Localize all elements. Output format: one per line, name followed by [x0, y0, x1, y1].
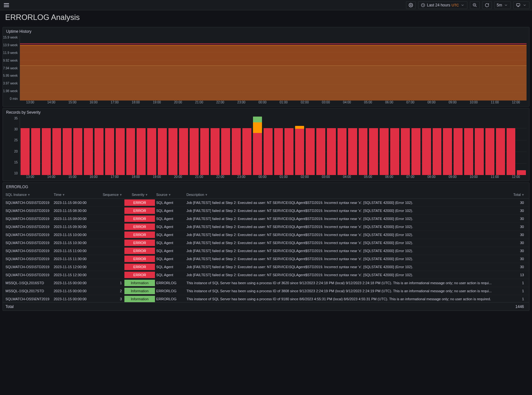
severity-bar[interactable]	[147, 128, 156, 175]
severity-bar[interactable]	[517, 170, 526, 175]
table-header-row: SQL Instance▾ Time▾ Sequence▾ Severity▾ …	[3, 191, 529, 199]
severity-bar[interactable]	[369, 128, 378, 175]
topbar: Last 24 hours UTC 5m	[0, 0, 532, 10]
filter-icon[interactable]: ▾	[63, 193, 65, 197]
filter-icon[interactable]: ▾	[205, 193, 207, 197]
severity-bar[interactable]	[327, 128, 336, 175]
severity-bar[interactable]	[295, 126, 304, 175]
table-row[interactable]: SQLWATCH-OSS\STD20192023-11-15 12:30:00E…	[3, 271, 529, 279]
th-severity[interactable]: Severity▾	[124, 193, 155, 197]
severity-bar[interactable]	[433, 128, 442, 175]
severity-bar[interactable]	[42, 128, 51, 175]
severity-bar[interactable]	[31, 128, 40, 175]
filter-icon[interactable]: ▾	[146, 193, 148, 197]
severity-bar[interactable]	[464, 128, 473, 175]
table-row[interactable]: MSSQL-1\SQL2016STD2023-11-15 00:00:001In…	[3, 279, 529, 287]
settings-button[interactable]	[406, 1, 416, 9]
severity-plot-area[interactable]	[20, 117, 527, 175]
refresh-interval-picker[interactable]: 5m	[494, 1, 511, 9]
table-row[interactable]: SQLWATCH-OSS\STD20192023-11-15 09:30:00E…	[3, 223, 529, 231]
footer-label: Total	[5, 304, 54, 309]
severity-bar[interactable]	[105, 128, 114, 175]
table-row[interactable]: SQLWATCH-OSS\STD20192023-11-15 11:00:00E…	[3, 247, 529, 255]
severity-bar[interactable]	[253, 117, 262, 175]
th-description[interactable]: Description▾	[184, 193, 507, 197]
severity-bar[interactable]	[137, 128, 146, 175]
severity-bar[interactable]	[158, 128, 167, 175]
table-row[interactable]: SQLWATCH-OSS\ENT20192023-11-15 00:00:003…	[3, 295, 529, 302]
severity-bar[interactable]	[411, 128, 420, 175]
severity-bar[interactable]	[401, 128, 410, 175]
th-total[interactable]: Total▾	[507, 193, 527, 197]
severity-bar[interactable]	[348, 128, 357, 175]
severity-bar[interactable]	[274, 128, 283, 175]
severity-bar[interactable]	[485, 128, 494, 175]
severity-bar[interactable]	[443, 128, 452, 175]
cell-severity: ERROR	[124, 264, 155, 270]
filter-icon[interactable]: ▾	[120, 193, 122, 197]
severity-bar[interactable]	[380, 128, 389, 175]
severity-bar[interactable]	[73, 128, 82, 175]
severity-bar[interactable]	[306, 128, 315, 175]
severity-bar[interactable]	[200, 128, 209, 175]
zoom-out-button[interactable]	[470, 1, 480, 9]
severity-bar[interactable]	[264, 128, 273, 175]
severity-bar[interactable]	[454, 128, 463, 175]
uptime-plot-area[interactable]	[20, 36, 527, 101]
severity-bar[interactable]	[95, 128, 104, 175]
severity-bar[interactable]	[211, 128, 220, 175]
severity-bar[interactable]	[116, 128, 125, 175]
severity-bar[interactable]	[284, 128, 293, 175]
severity-bar[interactable]	[221, 128, 230, 175]
panel-errorlog-table[interactable]: ERRORLOG SQL Instance▾ Time▾ Sequence▾ S…	[3, 182, 529, 311]
severity-bar[interactable]	[232, 128, 241, 175]
severity-bar[interactable]	[168, 128, 177, 175]
table-row[interactable]: SQLWATCH-OSS\STD20192023-11-15 09:00:00E…	[3, 215, 529, 223]
refresh-icon	[484, 3, 490, 8]
filter-icon[interactable]: ▾	[28, 193, 30, 197]
table-row[interactable]: SQLWATCH-OSS\STD20192023-11-15 11:30:00E…	[3, 255, 529, 263]
severity-bar[interactable]	[475, 128, 484, 175]
severity-bar[interactable]	[179, 128, 188, 175]
severity-bar[interactable]	[359, 128, 368, 175]
severity-bar[interactable]	[190, 128, 199, 175]
gear-icon	[408, 3, 413, 8]
severity-bar[interactable]	[507, 128, 516, 175]
table-row[interactable]: MSSQL-1\SQL2017STD2023-11-15 00:00:002In…	[3, 287, 529, 295]
panel-view-button[interactable]	[513, 1, 529, 9]
panel-uptime-history[interactable]: Uptime History 15.9 week13.9 week11.9 we…	[3, 27, 529, 107]
table-row[interactable]: SQLWATCH-OSS\STD20192023-11-15 08:30:00E…	[3, 207, 529, 215]
severity-bar[interactable]	[242, 128, 251, 175]
severity-bar[interactable]	[63, 128, 72, 175]
severity-bar[interactable]	[126, 128, 135, 175]
severity-bar[interactable]	[52, 128, 61, 175]
severity-bar[interactable]	[338, 128, 347, 175]
severity-bar[interactable]	[21, 128, 30, 175]
th-sequence[interactable]: Sequence▾	[102, 193, 124, 197]
severity-bar[interactable]	[316, 128, 325, 175]
cell-severity: Information	[124, 288, 155, 294]
filter-icon[interactable]: ▾	[169, 193, 171, 197]
filter-icon[interactable]: ▾	[522, 193, 524, 197]
severity-bar[interactable]	[496, 128, 505, 175]
table-body[interactable]: SQLWATCH-OSS\STD20192023-11-15 08:00:00E…	[3, 199, 529, 302]
table-row[interactable]: SQLWATCH-OSS\STD20192023-11-15 12:00:00E…	[3, 263, 529, 271]
menu-toggle-button[interactable]	[3, 2, 10, 8]
panel-records-by-severity[interactable]: Records by Severity 353025201510 13:0014…	[3, 108, 529, 181]
severity-bar[interactable]	[422, 128, 431, 175]
refresh-button[interactable]	[482, 1, 492, 9]
table-row[interactable]: SQLWATCH-OSS\STD20192023-11-15 08:00:00E…	[3, 199, 529, 207]
table-row[interactable]: SQLWATCH-OSS\STD20192023-11-15 10:00:00E…	[3, 231, 529, 239]
table-footer: Total 1446	[3, 302, 529, 311]
page-title: ERRORLOG Analysis	[5, 13, 527, 22]
cell-severity: Information	[124, 280, 155, 286]
severity-bar[interactable]	[390, 128, 399, 175]
table-row[interactable]: SQLWATCH-OSS\STD20192023-11-15 10:30:00E…	[3, 239, 529, 247]
cell-description: This instance of SQL Server has been usi…	[184, 289, 507, 293]
severity-bar[interactable]	[84, 128, 93, 175]
cell-total: 1	[507, 281, 527, 285]
th-sql-instance[interactable]: SQL Instance▾	[5, 193, 54, 197]
th-source[interactable]: Source▾	[155, 193, 184, 197]
time-range-picker[interactable]: Last 24 hours UTC	[418, 1, 467, 9]
th-time[interactable]: Time▾	[54, 193, 102, 197]
